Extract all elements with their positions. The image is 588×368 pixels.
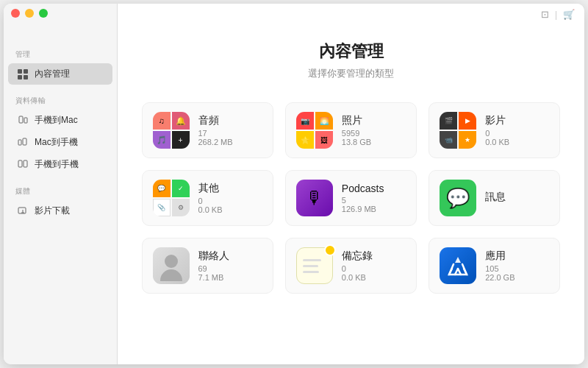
messages-name: 訊息 (485, 191, 506, 204)
video-download-icon (17, 205, 29, 217)
podcasts-info: Podcasts 5 126.9 MB (342, 183, 384, 213)
svg-rect-7 (23, 138, 26, 145)
grid-icon (17, 68, 29, 80)
sidebar-item-label-mac-to-phone: Mac到手機 (35, 136, 78, 149)
page-subtitle: 選擇你要管理的類型 (308, 67, 394, 80)
sidebar-item-mac-to-phone[interactable]: Mac到手機 (8, 132, 112, 153)
svg-rect-4 (19, 116, 23, 123)
phone-mac-icon (17, 115, 29, 127)
maximize-button[interactable] (39, 9, 48, 18)
other-count: 0 (198, 197, 223, 205)
photo-count: 5959 (342, 129, 371, 138)
category-card-contacts[interactable]: 聯絡人 69 7.1 MB (142, 238, 273, 294)
contacts-count: 69 (198, 264, 229, 273)
category-card-podcasts[interactable]: 🎙 Podcasts 5 126.9 MB (285, 170, 417, 226)
sidebar-item-label-content-mgmt: 內容管理 (35, 68, 70, 80)
apps-info: 應用 105 22.0 GB (485, 250, 514, 282)
other-info: 其他 0 0.0 KB (198, 182, 223, 214)
notes-count: 0 (342, 264, 373, 273)
other-size: 0.0 KB (198, 205, 223, 214)
mac-phone-icon (17, 137, 29, 149)
sidebar-item-video-download[interactable]: 影片下載 (8, 200, 112, 222)
main-content: 內容管理 選擇你要管理的類型 ♫ 🔔 🎵 + 音頻 17 268.2 MB (118, 4, 584, 364)
phone-phone-icon (17, 159, 29, 171)
video-size: 0.0 KB (485, 138, 509, 146)
podcasts-name: Podcasts (342, 183, 384, 194)
category-card-video[interactable]: 🎬 ▶ 📹 ★ 影片 0 0.0 KB (429, 102, 560, 158)
audio-info: 音頻 17 268.2 MB (198, 114, 233, 146)
sidebar-section-manage: 管理 (4, 39, 117, 63)
apps-size: 22.0 GB (485, 273, 514, 282)
audio-icon: ♫ 🔔 🎵 + (153, 112, 190, 149)
svg-rect-6 (18, 140, 21, 145)
window-controls-right: ⊡ | 🛒 (541, 9, 575, 20)
video-name: 影片 (485, 114, 509, 127)
sidebar-item-label-phone-to-mac: 手機到Mac (35, 114, 78, 127)
page-title: 內容管理 (319, 40, 384, 63)
sidebar-item-phone-to-mac[interactable]: 手機到Mac (8, 110, 112, 131)
notes-size: 0.0 KB (342, 273, 373, 282)
audio-name: 音頻 (198, 114, 233, 127)
messages-info: 訊息 (485, 191, 506, 205)
sidebar: 管理 內容管理 資料傳輸 (4, 4, 118, 364)
main-window: ⊡ | 🛒 管理 內容管理 資料傳輸 (4, 4, 584, 364)
svg-rect-2 (18, 75, 22, 79)
sidebar-item-label-video-download: 影片下載 (35, 205, 70, 217)
close-button[interactable] (11, 9, 20, 18)
svg-rect-0 (18, 69, 22, 74)
notes-icon (296, 247, 333, 284)
notes-name: 備忘錄 (342, 250, 373, 263)
svg-rect-9 (24, 160, 27, 167)
minimize-button[interactable] (25, 9, 34, 18)
fullscreen-icon[interactable]: ⊡ (541, 9, 549, 20)
podcasts-count: 5 (342, 196, 384, 205)
contacts-size: 7.1 MB (198, 273, 229, 282)
video-count: 0 (485, 129, 509, 138)
category-grid: ♫ 🔔 🎵 + 音頻 17 268.2 MB 📷 🌅 ⭐ 🖼 (142, 102, 561, 294)
category-card-notes[interactable]: 備忘錄 0 0.0 KB (285, 238, 417, 294)
sidebar-item-label-phone-to-phone: 手機到手機 (35, 158, 79, 171)
video-icon: 🎬 ▶ 📹 ★ (440, 112, 476, 149)
sidebar-section-media: 媒體 (4, 176, 117, 199)
svg-rect-1 (24, 69, 28, 74)
podcasts-size: 126.9 MB (342, 205, 384, 213)
apps-icon (440, 247, 476, 284)
photo-name: 照片 (342, 114, 371, 127)
other-name: 其他 (198, 182, 223, 195)
audio-count: 17 (198, 129, 233, 138)
svg-rect-3 (24, 75, 28, 79)
category-card-audio[interactable]: ♫ 🔔 🎵 + 音頻 17 268.2 MB (142, 102, 273, 158)
category-card-messages[interactable]: 💬 訊息 (429, 170, 560, 226)
notes-info: 備忘錄 0 0.0 KB (342, 250, 373, 282)
photo-size: 13.8 GB (342, 138, 371, 146)
cart-icon[interactable]: 🛒 (563, 9, 575, 20)
sidebar-section-transfer: 資料傳輸 (4, 85, 117, 109)
photo-icon: 📷 🌅 ⭐ 🖼 (296, 112, 333, 149)
messages-icon: 💬 (440, 180, 476, 216)
category-card-apps[interactable]: 應用 105 22.0 GB (429, 238, 560, 294)
sidebar-item-content-mgmt[interactable]: 內容管理 (8, 63, 112, 85)
category-card-photo[interactable]: 📷 🌅 ⭐ 🖼 照片 5959 13.8 GB (285, 102, 417, 158)
photo-info: 照片 5959 13.8 GB (342, 114, 371, 146)
contacts-icon (153, 247, 190, 284)
svg-rect-5 (24, 118, 27, 123)
contacts-name: 聯絡人 (198, 250, 229, 263)
audio-size: 268.2 MB (198, 138, 233, 146)
apps-name: 應用 (485, 250, 514, 263)
podcasts-icon: 🎙 (296, 180, 333, 216)
category-card-other[interactable]: 💬 ✓ 📎 ⚙ 其他 0 0.0 KB (142, 170, 273, 226)
contacts-info: 聯絡人 69 7.1 MB (198, 250, 229, 282)
svg-rect-8 (18, 160, 22, 167)
video-info: 影片 0 0.0 KB (485, 114, 509, 146)
sidebar-item-phone-to-phone[interactable]: 手機到手機 (8, 154, 112, 175)
apps-count: 105 (485, 264, 514, 273)
other-icon: 💬 ✓ 📎 ⚙ (153, 180, 190, 216)
